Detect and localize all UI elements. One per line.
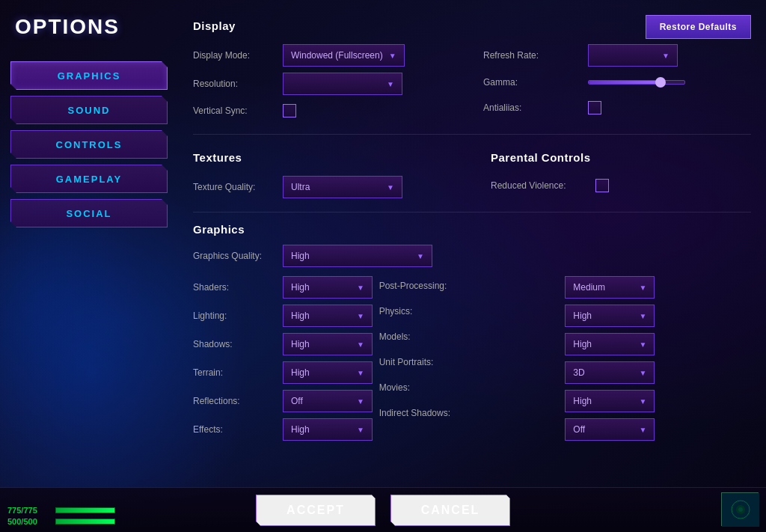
dropdown-arrow-icon: ▼	[639, 369, 646, 377]
reduced-violence-checkbox[interactable]	[595, 179, 609, 192]
dropdown-arrow-icon: ▼	[387, 183, 394, 192]
reflections-row: Reflections: Off ▼	[193, 387, 379, 415]
dropdown-arrow-icon: ▼	[389, 52, 396, 60]
graphics-right-col: Medium ▼ High ▼ High ▼	[565, 273, 751, 444]
sidebar-item-controls[interactable]: CONTROLS	[10, 130, 168, 159]
dropdown-arrow-icon: ▼	[639, 284, 646, 292]
post-processing-select[interactable]: Medium ▼	[565, 276, 655, 299]
sidebar-item-gameplay[interactable]: GAMEPLAY	[10, 165, 168, 193]
unit-portraits-select-row: 3D ▼	[565, 358, 751, 387]
post-processing-row: Post-Processing:	[379, 273, 566, 299]
physics-row: Physics:	[379, 299, 566, 324]
models-select[interactable]: High ▼	[565, 333, 655, 355]
stat-label-2: 500/500	[7, 517, 52, 526]
post-processing-select-row: Medium ▼	[565, 273, 751, 302]
terrain-select[interactable]: High ▼	[283, 361, 373, 384]
resolution-row: Resolution: ▼	[193, 70, 461, 98]
terrain-row: Terrain: High ▼	[193, 358, 379, 387]
shadows-row: Shadows: High ▼	[193, 330, 379, 358]
lighting-label: Lighting:	[193, 311, 275, 321]
antialiias-row: Antialiias:	[483, 95, 751, 120]
refresh-rate-select[interactable]: ▼	[588, 44, 678, 67]
texture-quality-select[interactable]: Ultra ▼	[283, 176, 402, 198]
stat-bar-bg-2	[55, 519, 115, 525]
display-mode-select[interactable]: Windowed (Fullscreen) ▼	[283, 44, 405, 67]
texture-quality-label: Texture Quality:	[193, 182, 275, 192]
unit-portraits-select[interactable]: 3D ▼	[565, 361, 655, 384]
dropdown-arrow-icon: ▼	[662, 52, 670, 60]
display-section: Display Mode: Windowed (Fullscreen) ▼ Re…	[193, 41, 751, 123]
cancel-button[interactable]: CANCEL	[390, 495, 510, 526]
dropdown-arrow-icon: ▼	[357, 369, 364, 377]
main-content: Restore Defaults Display Display Mode: W…	[178, 0, 766, 532]
models-select-row: High ▼	[565, 330, 751, 358]
textures-section-title: Textures	[193, 151, 461, 164]
map-thumbnail	[721, 492, 759, 526]
models-label: Models:	[379, 331, 477, 342]
physics-label: Physics:	[379, 306, 477, 317]
antialiias-checkbox[interactable]	[588, 101, 601, 114]
shadows-label: Shadows:	[193, 339, 275, 349]
effects-row: Effects: High ▼	[193, 415, 379, 444]
physics-select-row: High ▼	[565, 302, 751, 330]
shaders-row: Shaders: High ▼	[193, 273, 379, 302]
accept-button[interactable]: ACCEPT	[256, 495, 376, 526]
dropdown-arrow-icon: ▼	[357, 284, 364, 292]
movies-row: Movies:	[379, 375, 566, 400]
stat-label-1: 775/775	[7, 506, 52, 515]
effects-label: Effects:	[193, 424, 275, 435]
parental-section-title: Parental Controls	[491, 151, 751, 164]
page-title: OPTIONS	[15, 15, 120, 39]
shadows-select[interactable]: High ▼	[283, 333, 373, 355]
gamma-row: Gamma:	[483, 70, 751, 95]
effects-select[interactable]: High ▼	[283, 418, 373, 441]
indirect-shadows-select-row: Off ▼	[565, 415, 751, 444]
gamma-slider[interactable]	[588, 80, 708, 85]
reflections-select[interactable]: Off ▼	[283, 390, 373, 412]
graphics-left-col: Shaders: High ▼ Lighting: High ▼ Shadows…	[193, 273, 379, 444]
indirect-shadows-row: Indirect Shadows:	[379, 400, 566, 426]
stat-bar-fill-1	[56, 508, 114, 513]
terrain-label: Terrain:	[193, 367, 275, 378]
resolution-label: Resolution:	[193, 79, 275, 89]
lighting-row: Lighting: High ▼	[193, 302, 379, 330]
lighting-select[interactable]: High ▼	[283, 305, 373, 327]
refresh-rate-label: Refresh Rate:	[483, 50, 580, 61]
antialiias-label: Antialiias:	[483, 103, 580, 113]
physics-select[interactable]: High ▼	[565, 305, 655, 327]
shaders-label: Shaders:	[193, 282, 275, 293]
reduced-violence-label: Reduced Violence:	[491, 180, 588, 191]
graphics-quality-row: Graphics Quality: High ▼	[193, 245, 751, 267]
reduced-violence-row: Reduced Violence:	[491, 173, 751, 198]
movies-label: Movies:	[379, 382, 477, 393]
resolution-select[interactable]: ▼	[283, 73, 402, 95]
display-mode-label: Display Mode:	[193, 50, 275, 61]
dropdown-arrow-icon: ▼	[357, 397, 364, 406]
stat-bar-fill-2	[56, 519, 114, 524]
dropdown-arrow-icon: ▼	[639, 312, 646, 320]
textures-col: Textures Texture Quality: Ultra ▼	[193, 145, 461, 201]
vsync-row: Vertical Sync:	[193, 98, 461, 123]
movies-select[interactable]: High ▼	[565, 390, 655, 412]
vsync-checkbox[interactable]	[283, 104, 296, 117]
stat-row-1: 775/775	[7, 506, 115, 515]
unit-portraits-label: Unit Portraits:	[379, 357, 477, 367]
dropdown-arrow-icon: ▼	[639, 426, 646, 434]
dropdown-arrow-icon: ▼	[639, 340, 646, 349]
graphics-quality-select[interactable]: High ▼	[283, 245, 432, 267]
indirect-shadows-label: Indirect Shadows:	[379, 408, 477, 418]
shaders-select[interactable]: High ▼	[283, 276, 373, 299]
display-mode-row: Display Mode: Windowed (Fullscreen) ▼	[193, 41, 461, 70]
restore-defaults-button[interactable]: Restore Defaults	[646, 15, 751, 39]
graphics-quality-label: Graphics Quality:	[193, 251, 275, 261]
stat-bar-bg-1	[55, 507, 115, 513]
dropdown-arrow-icon: ▼	[357, 426, 364, 434]
indirect-shadows-select[interactable]: Off ▼	[565, 418, 655, 441]
sidebar-item-graphics[interactable]: GRAPHICS	[10, 61, 168, 90]
dropdown-arrow-icon: ▼	[417, 252, 424, 260]
sidebar-item-social[interactable]: SOCIAL	[10, 199, 168, 227]
stat-bars: 775/775 500/500	[7, 506, 115, 526]
unit-portraits-row: Unit Portraits:	[379, 349, 566, 375]
sidebar-item-sound[interactable]: SOUND	[10, 96, 168, 124]
sidebar: OPTIONS GRAPHICS SOUND CONTROLS GAMEPLAY…	[0, 0, 178, 532]
